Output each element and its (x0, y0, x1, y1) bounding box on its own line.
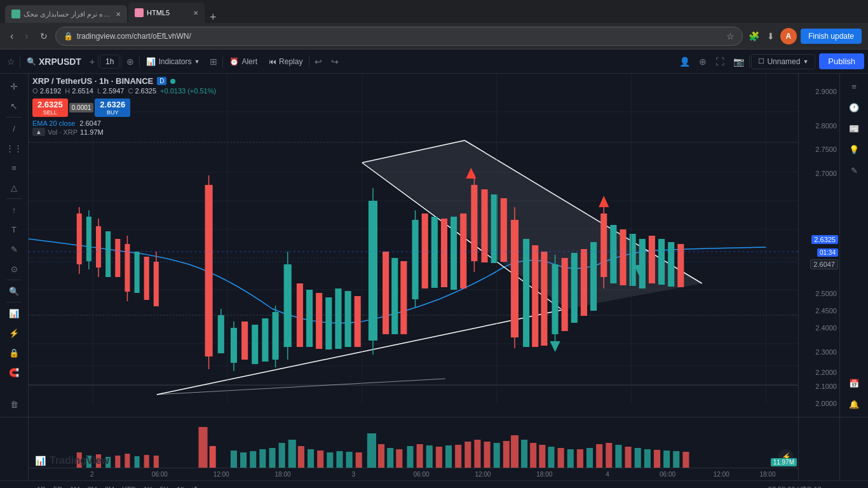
multiscreen-button[interactable]: 👤 (675, 55, 694, 69)
news-sidebar-btn[interactable]: 📰 (844, 119, 864, 137)
ps-2700: 2.7000 (815, 170, 837, 177)
svg-rect-85 (523, 239, 529, 347)
channel-tool[interactable]: ≡ (4, 159, 24, 177)
extensions-button[interactable]: 🧩 (747, 29, 761, 43)
zoom-tool[interactable]: 🔍 (4, 282, 24, 300)
svg-rect-52 (284, 264, 292, 347)
svg-rect-75 (460, 214, 466, 288)
timeframe-1m[interactable]: 1M (67, 484, 83, 489)
svg-rect-60 (345, 291, 351, 347)
replay-button[interactable]: ⏮ Replay (264, 55, 308, 68)
add-to-favorites-button[interactable]: ☆ (4, 55, 18, 69)
trend-line-tool[interactable]: / (4, 119, 24, 137)
finish-update-button[interactable]: Finish update (801, 29, 862, 44)
star-icon[interactable]: ☆ (726, 31, 735, 41)
trash-tool[interactable]: 🗑 (4, 395, 24, 413)
arrow-tool[interactable]: ↑ (4, 201, 24, 219)
indicators-left-tool[interactable]: 📊 (4, 304, 24, 322)
tv-divider-3 (121, 55, 121, 68)
buy-box[interactable]: 2.6326 BUY (95, 98, 130, 117)
note-tool[interactable]: ✎ (4, 240, 24, 258)
calendar-sidebar-btn[interactable]: 📅 (844, 374, 864, 392)
svg-rect-94 (590, 242, 597, 311)
browser-chrome: گروه نرم افزار حسابداری محک ✕ HTML5 ✕ + … (0, 0, 868, 50)
left-toolbar: ✛ ↖ / ⋮⋮ ≡ △ ↑ T ✎ ⊙ 🔍 📊 ⚡ 🔒 🧲 🗑 (0, 74, 29, 417)
tv-divider-1 (20, 55, 20, 68)
svg-rect-141 (346, 452, 353, 468)
symbol-button[interactable]: 🔍 XRPUSDT (22, 55, 86, 69)
fullscreen-button[interactable]: ⛶ (712, 55, 728, 69)
draw-sidebar-btn[interactable]: ✎ (844, 161, 864, 179)
lock-tool[interactable]: 🔒 (4, 344, 24, 362)
compare-button[interactable]: ⊕ (123, 55, 138, 69)
timeframe-all[interactable]: All (173, 484, 187, 489)
new-tab-button[interactable]: + (206, 11, 220, 23)
tab-close-1[interactable]: ✕ (116, 11, 121, 18)
tab-active-2[interactable]: HTML5 ✕ (128, 3, 205, 23)
svg-rect-150 (436, 447, 442, 468)
fib-tool[interactable]: ⋮⋮ (4, 139, 24, 157)
undo-button[interactable]: ↩ (311, 55, 326, 69)
vol-label-row: ▲ Vol · XRP 11.97M (32, 128, 216, 136)
ideas-sidebar-btn[interactable]: 💡 (844, 140, 864, 158)
volume-chart: 📊 TradingView ⚡ 11.97M 2 06:00 12:00 18:… (29, 417, 839, 480)
strategy-tool[interactable]: ⚡ (4, 324, 24, 342)
svg-rect-148 (417, 444, 423, 468)
svg-rect-165 (577, 449, 583, 468)
alert-button[interactable]: ⏰ Alert (224, 55, 262, 68)
ohlc-change: +0.0133 (+0.51%) (160, 87, 216, 95)
svg-rect-144 (378, 444, 384, 468)
address-bar[interactable]: 🔒 tradingview.com/chart/oEfLvhWN/ ☆ (55, 27, 743, 46)
shape-tool[interactable]: △ (4, 179, 24, 196)
svg-rect-34 (135, 252, 140, 293)
svg-rect-62 (369, 201, 377, 341)
publish-button[interactable]: Publish (819, 53, 864, 69)
tab-inactive-1[interactable]: گروه نرم افزار حسابداری محک ✕ (5, 5, 127, 23)
watchlist-sidebar-btn[interactable]: ≡ (844, 78, 864, 95)
timeframe-1d[interactable]: 1D (34, 484, 49, 489)
svg-rect-48 (262, 318, 268, 362)
timeframe-1y[interactable]: 1Y (140, 484, 155, 489)
svg-rect-147 (407, 446, 413, 468)
tab-close-2[interactable]: ✕ (193, 10, 198, 17)
clock-sidebar-btn[interactable]: 🕐 (844, 98, 864, 116)
svg-rect-157 (503, 441, 510, 468)
redo-button[interactable]: ↪ (327, 55, 342, 69)
timeframe-5d[interactable]: 5D (50, 484, 65, 489)
magnet-tool[interactable]: 🧲 (4, 363, 24, 381)
timeframe-5y[interactable]: 5Y (156, 484, 171, 489)
indicators-button[interactable]: 📊 Indicators ▼ (141, 55, 205, 68)
reset-zoom-btn[interactable]: ↺ (188, 484, 201, 489)
timeframe-3m[interactable]: 3M (84, 484, 100, 489)
timeframe-ytd[interactable]: YTD (119, 484, 139, 489)
tab-label-1: گروه نرم افزار حسابداری محک (24, 10, 112, 18)
cursor-tool[interactable]: ↖ (4, 97, 24, 115)
svg-rect-55 (297, 283, 303, 347)
reload-button[interactable]: ↻ (36, 29, 51, 43)
svg-rect-29 (105, 231, 111, 277)
timeframe-6m[interactable]: 6M (102, 484, 118, 489)
vol-collapse-btn[interactable]: ▲ (32, 128, 45, 136)
back-button[interactable]: ‹ (6, 29, 17, 44)
svg-rect-43 (231, 328, 237, 363)
sell-box[interactable]: 2.6325 SELL (32, 98, 68, 117)
timeframe-button[interactable]: 1h (100, 55, 119, 69)
tab-bar: گروه نرم افزار حسابداری محک ✕ HTML5 ✕ + (0, 0, 868, 23)
svg-marker-108 (550, 341, 560, 352)
alert-sidebar-btn[interactable]: 🔔 (844, 395, 864, 413)
watchlist-button[interactable]: ⊕ (695, 55, 710, 69)
svg-rect-135 (288, 440, 296, 468)
svg-rect-125 (144, 455, 149, 468)
templates-button[interactable]: ⊞ (206, 55, 221, 69)
ps-2900: 2.9000 (815, 88, 837, 95)
measure-tool[interactable]: ⊙ (4, 260, 24, 278)
crosshair-tool[interactable]: ✛ (4, 78, 24, 95)
text-tool[interactable]: T (4, 220, 24, 238)
unnamed-button[interactable]: ☐ Unnamed ▼ (751, 54, 815, 69)
add-symbol-button[interactable]: + (88, 55, 97, 69)
screenshot-button[interactable]: 📷 (729, 55, 748, 69)
forward-button[interactable]: › (21, 29, 32, 44)
svg-rect-99 (620, 229, 626, 285)
download-button[interactable]: ⬇ (765, 29, 776, 43)
profile-circle[interactable]: A (780, 28, 797, 44)
